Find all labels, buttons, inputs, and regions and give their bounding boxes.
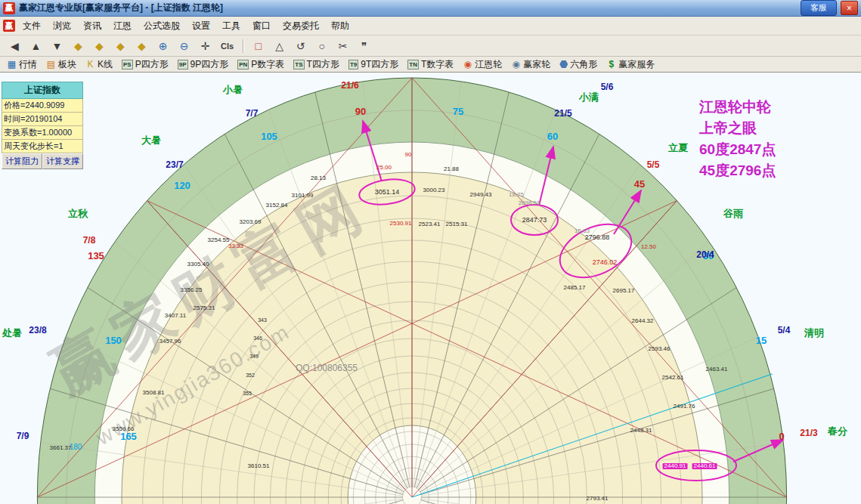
p-shuzibiao-label: P数字表 bbox=[251, 58, 284, 71]
menu-items: 文件浏览资讯江恩公式选股设置工具窗口交易委托帮助 bbox=[17, 17, 355, 35]
diamond-1-icon[interactable]: ◆ bbox=[68, 37, 88, 55]
panel-row-4: 周天变化步长=1 bbox=[2, 140, 83, 153]
gann-wheel-graphic bbox=[0, 73, 861, 504]
kxian-button[interactable]: KK线 bbox=[81, 57, 117, 72]
close-icon[interactable]: × bbox=[841, 1, 858, 15]
hangqing-button[interactable]: ▦行情 bbox=[2, 57, 42, 72]
panel-row-1: 价格=2440.9099 bbox=[2, 99, 83, 113]
toolbar-views: ▦行情▤板块KK线PSP四方形9P9P四方形PNP数字表TST四方形T99T四方… bbox=[0, 57, 861, 73]
toolbar-separator bbox=[243, 39, 243, 53]
cls-button[interactable]: Cls bbox=[216, 37, 238, 55]
menu-item-8[interactable]: 窗口 bbox=[246, 17, 277, 35]
menu-logo-icon: 赢 bbox=[3, 20, 15, 32]
grid-icon: ▦ bbox=[7, 60, 17, 70]
rect-tool-icon[interactable]: □ bbox=[248, 37, 268, 55]
rotate-tool-icon[interactable]: ↺ bbox=[290, 37, 311, 55]
jiangenlun-button[interactable]: ◉江恩轮 bbox=[458, 57, 506, 72]
hangqing-label: 行情 bbox=[19, 58, 37, 71]
p-sifangxing-label: P四方形 bbox=[135, 58, 169, 71]
liujiaoxing-button[interactable]: 六角形 bbox=[555, 57, 602, 72]
panel-button-2[interactable]: 计算支撑 bbox=[42, 153, 83, 169]
menu-item-7[interactable]: 工具 bbox=[216, 17, 246, 35]
nav-left-icon[interactable]: ◀ bbox=[5, 37, 25, 55]
9p-badge-icon: 9P bbox=[178, 60, 188, 70]
p-sifangxing-button[interactable]: PSP四方形 bbox=[117, 57, 173, 72]
t-sifangxing-button[interactable]: TST四方形 bbox=[289, 57, 344, 72]
jiangenlun-label: 江恩轮 bbox=[475, 58, 502, 71]
menu-item-6[interactable]: 设置 bbox=[186, 17, 216, 35]
panel-title: 上证指数 bbox=[2, 82, 83, 99]
triangle-tool-icon[interactable]: △ bbox=[269, 37, 290, 55]
diamond-2-icon[interactable]: ◆ bbox=[89, 37, 110, 55]
zoom-out-icon[interactable]: ⊖ bbox=[174, 37, 194, 55]
menu-item-1[interactable]: 文件 bbox=[17, 17, 47, 35]
yingjialun-button[interactable]: ◉赢家轮 bbox=[506, 57, 555, 72]
tn-badge-icon: TN bbox=[407, 60, 419, 70]
panel-row-3: 变换系数=1.00000 bbox=[2, 126, 83, 140]
kline-icon: K bbox=[85, 60, 95, 70]
t-shuzibiao-button[interactable]: TNT数字表 bbox=[403, 57, 458, 72]
t-sifangxing-label: T四方形 bbox=[307, 58, 339, 71]
bankuai-label: 板块 bbox=[58, 58, 76, 71]
t-shuzibiao-label: T数字表 bbox=[421, 58, 454, 71]
yingjialun-label: 赢家轮 bbox=[523, 58, 550, 71]
nav-down-icon[interactable]: ▼ bbox=[47, 37, 67, 55]
menu-item-10[interactable]: 帮助 bbox=[325, 17, 355, 35]
liujiaoxing-label: 六角形 bbox=[570, 58, 597, 71]
menu-item-3[interactable]: 资讯 bbox=[77, 17, 107, 35]
menu-item-5[interactable]: 公式选股 bbox=[138, 17, 186, 35]
panel-buttons: 计算阻力计算支撑 bbox=[2, 153, 83, 169]
diamond-4-icon[interactable]: ◆ bbox=[132, 37, 152, 55]
kxian-label: K线 bbox=[98, 58, 113, 71]
9p-sifangxing-label: 9P四方形 bbox=[190, 58, 229, 71]
winner-wheel-icon: ◉ bbox=[511, 60, 521, 70]
info-panel: 上证指数 价格=2440.9099时间=20190104变换系数=1.00000… bbox=[2, 82, 83, 169]
yingjiafuwu-button[interactable]: $赢家服务 bbox=[602, 57, 659, 72]
9t-sifangxing-button[interactable]: T99T四方形 bbox=[344, 57, 403, 72]
panel-row-2: 时间=20190104 bbox=[2, 113, 83, 126]
9t-sifangxing-label: 9T四方形 bbox=[361, 58, 398, 71]
gann-wheel-icon: ◉ bbox=[463, 60, 472, 70]
p-shuzibiao-button[interactable]: PNP数字表 bbox=[233, 57, 289, 72]
gann-wheel-canvas[interactable]: 赢家财富网 www.yingjia360.com 907560453015010… bbox=[0, 73, 861, 504]
window-title: 赢家江恩专业版[赢家服务平台] - [上证指数 江恩轮] bbox=[19, 2, 797, 14]
blocks-icon: ▤ bbox=[46, 60, 56, 70]
circle-tool-icon[interactable]: ○ bbox=[311, 37, 332, 55]
menu-item-4[interactable]: 江恩 bbox=[107, 17, 138, 35]
scissors-icon[interactable]: ✂ bbox=[333, 37, 353, 55]
pn-badge-icon: PN bbox=[237, 60, 249, 70]
zoom-in-icon[interactable]: ⊕ bbox=[153, 37, 173, 55]
title-bar: 赢 赢家江恩专业版[赢家服务平台] - [上证指数 江恩轮] 客服 × bbox=[0, 0, 861, 17]
9p-sifangxing-button[interactable]: 9P9P四方形 bbox=[173, 57, 233, 72]
panel-button-1[interactable]: 计算阻力 bbox=[2, 153, 42, 169]
app-logo-icon: 赢 bbox=[3, 2, 15, 14]
customer-service-button[interactable]: 客服 bbox=[801, 0, 837, 16]
bankuai-button[interactable]: ▤板块 bbox=[42, 57, 81, 72]
callout-icon[interactable]: ❞ bbox=[354, 37, 374, 55]
yingjiafuwu-label: 赢家服务 bbox=[618, 58, 655, 71]
nav-up-icon[interactable]: ▲ bbox=[26, 37, 46, 55]
toolbar-main: ◀▲▼◆◆◆◆⊕⊖✛Cls□△↺○✂❞ bbox=[0, 36, 861, 57]
panel-rows: 价格=2440.9099时间=20190104变换系数=1.00000周天变化步… bbox=[2, 99, 83, 153]
ts-badge-icon: TS bbox=[293, 60, 304, 70]
menu-bar: 赢 文件浏览资讯江恩公式选股设置工具窗口交易委托帮助 bbox=[0, 17, 861, 36]
ps-badge-icon: PS bbox=[122, 60, 133, 70]
t9-badge-icon: T9 bbox=[348, 60, 358, 70]
menu-item-9[interactable]: 交易委托 bbox=[277, 17, 325, 35]
crosshair-tool-icon[interactable]: ✛ bbox=[195, 37, 215, 55]
diamond-3-icon[interactable]: ◆ bbox=[110, 37, 131, 55]
hexagon-icon bbox=[559, 60, 568, 69]
dollar-icon: $ bbox=[606, 60, 616, 70]
menu-item-2[interactable]: 浏览 bbox=[47, 17, 77, 35]
